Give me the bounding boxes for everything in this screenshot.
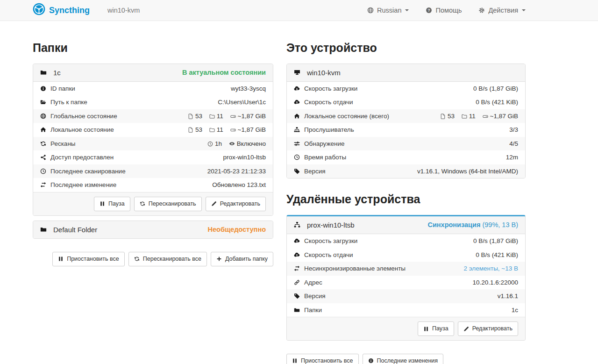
table-row: Время работы 12m: [287, 150, 525, 164]
folder-status: В актуальном состоянии: [182, 69, 266, 76]
pause-all-devices-button[interactable]: Приостановить все: [286, 354, 359, 364]
rescan-all-button[interactable]: Пересканировать все: [128, 252, 207, 266]
folder-outline-icon: [209, 126, 215, 133]
row-label: Последнее изменение: [50, 181, 116, 188]
exchange-icon: [40, 180, 50, 190]
device-panel-header[interactable]: win10-kvm: [287, 64, 525, 82]
table-row: Скорость отдачи 0 B/s (421 KiB): [287, 95, 525, 109]
folder-open-icon: [40, 98, 50, 107]
row-label: Скорость загрузки: [304, 85, 357, 92]
hdd-icon: [230, 126, 236, 133]
file-icon: [440, 113, 446, 120]
refresh-icon: [40, 139, 50, 149]
row-label: Путь к папке: [50, 99, 87, 106]
row-label: Прослушиватель: [304, 126, 354, 133]
table-row: Адрес 10.20.1.6:22000: [287, 276, 525, 290]
row-label: Несинхронизированные элементы: [304, 265, 406, 272]
table-row: Путь к папке C:\Users\User\1c: [33, 95, 273, 109]
syncthing-brand[interactable]: Syncthing: [33, 3, 90, 18]
row-value: 53 11 ~1,87 GiB: [154, 109, 273, 123]
cloud-upload-icon: [294, 250, 304, 260]
table-row: ID папки wyt33-3yscq: [33, 82, 273, 96]
file-icon: [188, 126, 193, 133]
folders-actions: Приостановить все Пересканировать все До…: [33, 252, 273, 266]
folder-icon: [294, 306, 304, 315]
row-label: Скорость отдачи: [304, 99, 353, 106]
folder-outline-icon: [462, 113, 467, 120]
table-row: Последнее изменение Обновлено 123.txt: [33, 178, 273, 192]
row-label: Локальное состояние: [50, 126, 114, 133]
question-circle-icon: ?: [426, 7, 432, 14]
row-value: 1c: [441, 303, 525, 317]
table-row: Версия v1.16.1: [287, 289, 525, 303]
edit-button[interactable]: Редактировать: [458, 321, 518, 336]
folder-name: Default Folder: [53, 226, 97, 234]
table-row: Доступ предоставлен prox-win10-ltsb: [33, 150, 273, 164]
table-row: Версия v1.16.1, Windows (64-bit Intel/AM…: [287, 164, 525, 178]
help-menu[interactable]: ? Помощь: [426, 7, 462, 14]
table-row: Локальное состояние 53 11 ~1,87 GiB: [33, 123, 273, 137]
row-label: Ресканы: [50, 140, 76, 147]
folder-panel-footer: Пауза Пересканировать Редактировать: [33, 192, 273, 215]
svg-text:?: ?: [428, 8, 430, 13]
row-value: v1.16.1: [441, 289, 525, 303]
folders-heading: Папки: [33, 42, 273, 55]
row-label: Папки: [304, 307, 322, 314]
table-row: Скорость отдачи 0 B/s (421 KiB): [287, 248, 525, 262]
this-device-panel: win10-kvm Скорость загрузки 0 B/s (1,87 …: [286, 64, 526, 179]
rescan-button[interactable]: Пересканировать: [134, 197, 202, 211]
row-value: Обновлено 123.txt: [154, 178, 273, 192]
help-label: Помощь: [435, 7, 462, 14]
hdd-icon: [483, 113, 488, 120]
device-status: Синхронизация (99%, 13 B): [427, 221, 518, 228]
folder-panel-header[interactable]: 1c В актуальном состоянии: [33, 64, 273, 82]
page-title: win10-kvm: [107, 7, 140, 14]
table-row: Локальное состояние (всего) 53 11 ~1,87 …: [287, 109, 525, 123]
pause-button[interactable]: Пауза: [94, 197, 130, 211]
recent-changes-button[interactable]: Последние изменения: [363, 354, 444, 364]
network-icon: [294, 221, 300, 228]
row-value: 0 B/s (1,87 GiB): [403, 82, 525, 96]
folder-panel-header[interactable]: Default Folder Необщедоступно: [33, 221, 273, 238]
language-menu[interactable]: Russian: [367, 7, 409, 14]
desktop-icon: [294, 69, 300, 76]
remote-device-panel: prox-win10-ltsb Синхронизация (99%, 13 B…: [286, 215, 526, 341]
row-label: Время работы: [304, 154, 346, 161]
cloud-download-icon: [294, 236, 304, 246]
sitemap-icon: [294, 125, 304, 135]
folder-icon: [40, 226, 47, 233]
this-device-heading: Это устройство: [286, 42, 526, 55]
table-row: Прослушиватель 3/3: [287, 123, 525, 137]
row-value: 4/5: [403, 137, 525, 151]
remote-devices-actions: Приостановить все Последние изменения До…: [286, 354, 526, 364]
discovery-icon: [294, 139, 304, 149]
actions-label: Действия: [488, 7, 518, 14]
row-label: Обнаружение: [304, 140, 345, 147]
device-panel-header[interactable]: prox-win10-ltsb Синхронизация (99%, 13 B…: [287, 216, 525, 234]
eye-icon: [229, 140, 235, 147]
out-of-sync-link[interactable]: 2 элементы, ~13 B: [463, 265, 518, 272]
table-row: Обнаружение 4/5: [287, 137, 525, 151]
remote-devices-heading: Удалённые устройства: [286, 193, 526, 206]
row-value: C:\Users\User\1c: [154, 95, 273, 109]
pause-button[interactable]: Пауза: [418, 321, 454, 336]
globe-icon: [40, 112, 50, 121]
folder-name: 1c: [53, 69, 61, 77]
clock-icon: [207, 140, 213, 147]
edit-button[interactable]: Редактировать: [206, 197, 266, 211]
actions-menu[interactable]: Действия: [478, 7, 526, 14]
device-name: win10-kvm: [307, 69, 341, 77]
pause-all-folders-button[interactable]: Приостановить все: [52, 252, 125, 266]
row-label: Версия: [304, 168, 326, 175]
hdd-icon: [230, 113, 236, 120]
row-value: 2021-05-23 21:12:33: [154, 164, 273, 178]
folder-status: Необщедоступно: [208, 226, 266, 233]
exchange-icon: [294, 264, 304, 273]
cloud-upload-icon: [294, 98, 304, 107]
chevron-down-icon: [405, 9, 409, 11]
row-label: Последнее сканирование: [50, 168, 126, 175]
add-folder-button[interactable]: Добавить папку: [211, 252, 273, 266]
row-label: Скорость отдачи: [304, 251, 353, 258]
row-value: 1h Включено: [154, 137, 273, 151]
share-icon: [40, 153, 50, 162]
